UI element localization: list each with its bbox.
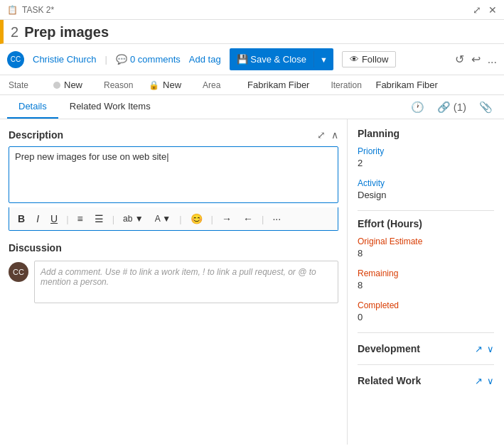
remaining-value[interactable]: 8 bbox=[358, 280, 494, 290]
related-work-title: Related Work bbox=[358, 375, 421, 386]
description-editor[interactable]: Prep new images for use on web site| bbox=[9, 146, 338, 203]
task-label: TASK 2* bbox=[22, 5, 54, 15]
links-icon[interactable]: 🔗 (1) bbox=[433, 97, 471, 118]
align-left-button[interactable]: ≡ bbox=[75, 212, 86, 226]
discussion-title: Discussion bbox=[9, 242, 338, 254]
iteration-label: Iteration bbox=[331, 80, 370, 90]
activity-label: Activity bbox=[358, 178, 494, 188]
close-icon[interactable]: ✕ bbox=[488, 4, 497, 16]
iteration-value[interactable]: Fabrikam Fiber bbox=[375, 80, 437, 90]
state-text: New bbox=[64, 80, 82, 90]
planning-divider bbox=[358, 210, 494, 211]
save-close-dropdown-arrow[interactable]: ▼ bbox=[314, 53, 333, 67]
task-icon: 📋 bbox=[7, 5, 18, 15]
development-icons: ↗ ∨ bbox=[475, 344, 494, 354]
comment-icon: 💬 bbox=[116, 54, 127, 65]
page-header: 2 Prep images bbox=[0, 20, 504, 44]
priority-field: Priority 2 bbox=[358, 146, 494, 168]
title-bar-left: 📋 TASK 2* bbox=[7, 5, 54, 15]
tab-icons: 🕐 🔗 (1) 📎 bbox=[407, 97, 505, 118]
related-work-collapse-icon[interactable]: ∨ bbox=[487, 376, 494, 386]
area-value[interactable]: Fabrikam Fiber bbox=[247, 80, 309, 90]
related-work-expand-icon[interactable]: ↗ bbox=[475, 376, 483, 386]
priority-label: Priority bbox=[358, 146, 494, 156]
reason-value[interactable]: 🔒 New bbox=[149, 80, 181, 90]
original-estimate-value[interactable]: 8 bbox=[358, 248, 494, 259]
related-work-icons: ↗ ∨ bbox=[475, 376, 494, 386]
completed-value[interactable]: 0 bbox=[358, 312, 494, 322]
activity-value[interactable]: Design bbox=[358, 190, 494, 200]
development-divider bbox=[358, 364, 494, 365]
add-tag-button[interactable]: Add tag bbox=[189, 54, 221, 65]
state-value[interactable]: New bbox=[53, 80, 82, 90]
save-close-label: 💾 Save & Close bbox=[230, 51, 314, 67]
description-text: Prep new images for use on web site| bbox=[15, 151, 169, 162]
task-number: 2 bbox=[11, 24, 18, 40]
description-expand-icon[interactable]: ⤢ bbox=[317, 129, 326, 141]
more-format-button[interactable]: ··· bbox=[269, 212, 284, 226]
area-field: Area Fabrikam Fiber bbox=[203, 80, 309, 90]
tabs: Details Related Work Items 🕐 🔗 (1) 📎 bbox=[0, 95, 504, 119]
follow-label: Follow bbox=[362, 54, 389, 65]
description-section-icons: ⤢ ∧ bbox=[317, 129, 338, 141]
indent-button[interactable]: → bbox=[219, 212, 235, 226]
title-bar: 📋 TASK 2* ⤢ ✕ bbox=[0, 0, 504, 20]
undo-icon[interactable]: ↩ bbox=[471, 53, 481, 66]
emoji-button[interactable]: 😊 bbox=[188, 212, 205, 226]
related-work-section[interactable]: Related Work ↗ ∨ bbox=[358, 372, 494, 389]
area-label: Area bbox=[203, 80, 242, 90]
follow-button[interactable]: 👁 Follow bbox=[342, 51, 397, 67]
font-color-button[interactable]: A ▼ bbox=[152, 212, 174, 225]
format-toolbar: B I U | ≡ ☰ | ab ▼ A ▼ | 😊 | → ← | ··· bbox=[9, 207, 338, 231]
original-estimate-field: Original Estimate 8 bbox=[358, 236, 494, 259]
completed-label: Completed bbox=[358, 300, 494, 310]
toolbar-right: ↺ ↩ ... bbox=[455, 53, 497, 66]
development-section[interactable]: Development ↗ ∨ bbox=[358, 340, 494, 357]
tab-related-work-items[interactable]: Related Work Items bbox=[58, 95, 162, 119]
avatar: CC bbox=[7, 51, 24, 68]
right-panel: Planning Priority 2 Activity Design Effo… bbox=[348, 119, 504, 445]
save-close-button[interactable]: 💾 Save & Close ▼ bbox=[230, 48, 333, 70]
original-estimate-label: Original Estimate bbox=[358, 236, 494, 246]
highlight-button[interactable]: ab ▼ bbox=[120, 212, 146, 225]
attachments-icon[interactable]: 📎 bbox=[475, 97, 497, 118]
description-section-header: Description ⤢ ∧ bbox=[9, 129, 338, 141]
list-button[interactable]: ☰ bbox=[92, 212, 107, 226]
completed-field: Completed 0 bbox=[358, 300, 494, 322]
priority-value[interactable]: 2 bbox=[358, 158, 494, 168]
state-label: State bbox=[9, 80, 48, 90]
iteration-field: Iteration Fabrikam Fiber bbox=[331, 80, 437, 90]
comments-button[interactable]: 💬 0 comments bbox=[116, 54, 181, 65]
tab-details[interactable]: Details bbox=[7, 95, 58, 119]
reason-field: Reason 🔒 New bbox=[104, 80, 181, 90]
left-panel: Description ⤢ ∧ Prep new images for use … bbox=[0, 119, 348, 445]
state-area: State New Reason 🔒 New Area Fabrikam Fib… bbox=[0, 75, 504, 95]
lock-icon: 🔒 bbox=[149, 80, 159, 90]
effort-title: Effort (Hours) bbox=[358, 218, 494, 229]
reason-label: Reason bbox=[104, 80, 143, 90]
underline-button[interactable]: U bbox=[48, 212, 60, 226]
development-expand-icon[interactable]: ↗ bbox=[475, 344, 483, 354]
discussion-avatar: CC bbox=[9, 262, 28, 282]
italic-button[interactable]: I bbox=[33, 212, 42, 226]
user-name[interactable]: Christie Church bbox=[33, 54, 97, 65]
discussion-textarea[interactable]: Add a comment. Use # to link a work item… bbox=[34, 261, 338, 303]
bold-button[interactable]: B bbox=[15, 212, 28, 226]
description-collapse-icon[interactable]: ∧ bbox=[331, 129, 338, 141]
description-title: Description bbox=[9, 129, 63, 141]
content: Description ⤢ ∧ Prep new images for use … bbox=[0, 119, 504, 445]
outdent-button[interactable]: ← bbox=[240, 212, 256, 226]
history-icon[interactable]: 🕐 bbox=[407, 97, 429, 118]
comments-count: 0 comments bbox=[130, 54, 181, 65]
planning-title: Planning bbox=[358, 128, 494, 139]
refresh-icon[interactable]: ↺ bbox=[455, 53, 464, 66]
title-bar-right: ⤢ ✕ bbox=[473, 4, 497, 16]
discussion-input-area: CC Add a comment. Use # to link a work i… bbox=[9, 261, 338, 303]
expand-icon[interactable]: ⤢ bbox=[473, 4, 481, 16]
development-collapse-icon[interactable]: ∨ bbox=[487, 344, 494, 354]
more-icon[interactable]: ... bbox=[488, 53, 497, 66]
reason-text: New bbox=[163, 80, 181, 90]
eye-icon: 👁 bbox=[350, 54, 359, 65]
development-title: Development bbox=[358, 343, 420, 354]
toolbar: CC Christie Church | 💬 0 comments Add ta… bbox=[0, 44, 504, 75]
